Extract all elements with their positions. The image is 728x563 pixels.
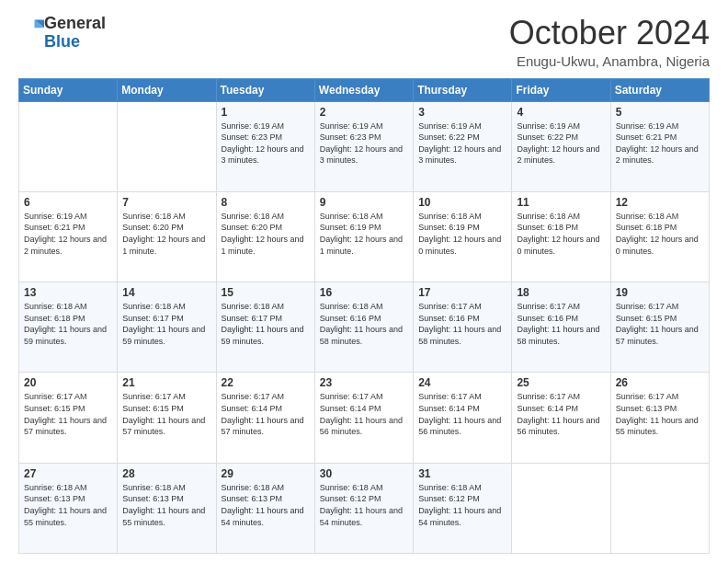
calendar-cell: 2Sunrise: 6:19 AM Sunset: 6:23 PM Daylig… [314, 101, 413, 191]
day-info: Sunrise: 6:17 AM Sunset: 6:14 PM Dayligh… [320, 391, 408, 437]
calendar-cell: 19Sunrise: 6:17 AM Sunset: 6:15 PM Dayli… [610, 282, 709, 373]
day-info: Sunrise: 6:19 AM Sunset: 6:23 PM Dayligh… [320, 121, 408, 167]
day-number: 4 [517, 106, 605, 119]
day-number: 9 [320, 196, 408, 209]
day-info: Sunrise: 6:17 AM Sunset: 6:14 PM Dayligh… [517, 391, 605, 437]
calendar-cell: 29Sunrise: 6:18 AM Sunset: 6:13 PM Dayli… [216, 463, 314, 553]
location: Enugu-Ukwu, Anambra, Nigeria [509, 53, 710, 69]
calendar-cell: 6Sunrise: 6:19 AM Sunset: 6:21 PM Daylig… [19, 191, 118, 282]
day-number: 24 [418, 376, 506, 389]
logo-general: General [44, 14, 106, 32]
weekday-header-row: SundayMondayTuesdayWednesdayThursdayFrid… [19, 78, 710, 101]
day-info: Sunrise: 6:17 AM Sunset: 6:15 PM Dayligh… [616, 301, 704, 347]
calendar-cell [19, 101, 118, 191]
calendar-cell: 15Sunrise: 6:18 AM Sunset: 6:17 PM Dayli… [216, 282, 314, 373]
calendar-week-4: 20Sunrise: 6:17 AM Sunset: 6:15 PM Dayli… [19, 373, 710, 463]
day-number: 1 [222, 106, 310, 119]
day-info: Sunrise: 6:18 AM Sunset: 6:13 PM Dayligh… [222, 482, 310, 528]
day-info: Sunrise: 6:18 AM Sunset: 6:19 PM Dayligh… [320, 211, 408, 257]
calendar-body: 1Sunrise: 6:19 AM Sunset: 6:23 PM Daylig… [19, 101, 710, 553]
day-number: 29 [222, 467, 310, 480]
day-number: 5 [616, 106, 704, 119]
day-number: 21 [122, 376, 210, 389]
calendar-week-2: 6Sunrise: 6:19 AM Sunset: 6:21 PM Daylig… [19, 191, 710, 282]
day-info: Sunrise: 6:18 AM Sunset: 6:12 PM Dayligh… [320, 482, 408, 528]
day-number: 23 [320, 376, 408, 389]
day-number: 11 [517, 196, 605, 209]
day-info: Sunrise: 6:18 AM Sunset: 6:18 PM Dayligh… [616, 211, 704, 257]
calendar-cell: 12Sunrise: 6:18 AM Sunset: 6:18 PM Dayli… [610, 191, 709, 282]
calendar-cell: 25Sunrise: 6:17 AM Sunset: 6:14 PM Dayli… [512, 373, 610, 463]
day-number: 31 [418, 467, 506, 480]
day-number: 13 [24, 286, 112, 299]
day-info: Sunrise: 6:18 AM Sunset: 6:12 PM Dayligh… [418, 482, 506, 528]
page: General Blue October 2024 Enugu-Ukwu, An… [0, 0, 728, 563]
day-info: Sunrise: 6:18 AM Sunset: 6:13 PM Dayligh… [122, 482, 210, 528]
calendar-cell: 21Sunrise: 6:17 AM Sunset: 6:15 PM Dayli… [118, 373, 216, 463]
calendar-cell: 7Sunrise: 6:18 AM Sunset: 6:20 PM Daylig… [118, 191, 216, 282]
calendar-cell: 3Sunrise: 6:19 AM Sunset: 6:22 PM Daylig… [414, 101, 512, 191]
day-info: Sunrise: 6:19 AM Sunset: 6:21 PM Dayligh… [616, 121, 704, 167]
day-number: 26 [616, 376, 704, 389]
day-number: 22 [222, 376, 310, 389]
month-title: October 2024 [509, 15, 710, 52]
calendar-cell: 17Sunrise: 6:17 AM Sunset: 6:16 PM Dayli… [414, 282, 512, 373]
calendar-cell: 18Sunrise: 6:17 AM Sunset: 6:16 PM Dayli… [512, 282, 610, 373]
day-info: Sunrise: 6:18 AM Sunset: 6:17 PM Dayligh… [122, 301, 210, 347]
day-info: Sunrise: 6:17 AM Sunset: 6:14 PM Dayligh… [418, 391, 506, 437]
calendar-cell: 10Sunrise: 6:18 AM Sunset: 6:19 PM Dayli… [414, 191, 512, 282]
day-info: Sunrise: 6:19 AM Sunset: 6:22 PM Dayligh… [418, 121, 506, 167]
calendar-table: SundayMondayTuesdayWednesdayThursdayFrid… [18, 78, 710, 554]
calendar-week-5: 27Sunrise: 6:18 AM Sunset: 6:13 PM Dayli… [19, 463, 710, 553]
logo-icon [18, 17, 44, 42]
day-number: 7 [122, 196, 210, 209]
day-number: 16 [320, 286, 408, 299]
day-info: Sunrise: 6:18 AM Sunset: 6:17 PM Dayligh… [222, 301, 310, 347]
calendar-cell: 30Sunrise: 6:18 AM Sunset: 6:12 PM Dayli… [314, 463, 413, 553]
day-number: 18 [517, 286, 605, 299]
calendar-cell: 5Sunrise: 6:19 AM Sunset: 6:21 PM Daylig… [610, 101, 709, 191]
day-info: Sunrise: 6:17 AM Sunset: 6:14 PM Dayligh… [222, 391, 310, 437]
day-info: Sunrise: 6:17 AM Sunset: 6:16 PM Dayligh… [418, 301, 506, 347]
day-number: 14 [122, 286, 210, 299]
day-number: 27 [24, 467, 112, 480]
day-info: Sunrise: 6:18 AM Sunset: 6:19 PM Dayligh… [418, 211, 506, 257]
calendar-cell: 14Sunrise: 6:18 AM Sunset: 6:17 PM Dayli… [118, 282, 216, 373]
day-info: Sunrise: 6:18 AM Sunset: 6:16 PM Dayligh… [320, 301, 408, 347]
day-number: 30 [320, 467, 408, 480]
day-number: 28 [122, 467, 210, 480]
day-number: 25 [517, 376, 605, 389]
calendar-cell: 13Sunrise: 6:18 AM Sunset: 6:18 PM Dayli… [19, 282, 118, 373]
day-number: 19 [616, 286, 704, 299]
day-info: Sunrise: 6:19 AM Sunset: 6:21 PM Dayligh… [24, 211, 112, 257]
day-info: Sunrise: 6:18 AM Sunset: 6:18 PM Dayligh… [24, 301, 112, 347]
day-number: 2 [320, 106, 408, 119]
day-info: Sunrise: 6:17 AM Sunset: 6:15 PM Dayligh… [24, 391, 112, 437]
day-number: 6 [24, 196, 112, 209]
day-info: Sunrise: 6:19 AM Sunset: 6:23 PM Dayligh… [222, 121, 310, 167]
day-info: Sunrise: 6:18 AM Sunset: 6:13 PM Dayligh… [24, 482, 112, 528]
weekday-header-wednesday: Wednesday [314, 78, 413, 101]
calendar-cell: 8Sunrise: 6:18 AM Sunset: 6:20 PM Daylig… [216, 191, 314, 282]
calendar-cell: 22Sunrise: 6:17 AM Sunset: 6:14 PM Dayli… [216, 373, 314, 463]
calendar-cell [512, 463, 610, 553]
calendar-cell [118, 101, 216, 191]
day-number: 17 [418, 286, 506, 299]
day-number: 20 [24, 376, 112, 389]
weekday-header-tuesday: Tuesday [216, 78, 314, 101]
title-block: October 2024 Enugu-Ukwu, Anambra, Nigeri… [509, 15, 710, 69]
day-number: 12 [616, 196, 704, 209]
weekday-header-sunday: Sunday [19, 78, 118, 101]
weekday-header-monday: Monday [118, 78, 216, 101]
weekday-header-friday: Friday [512, 78, 610, 101]
day-number: 10 [418, 196, 506, 209]
day-number: 3 [418, 106, 506, 119]
weekday-header-saturday: Saturday [610, 78, 709, 101]
header: General Blue October 2024 Enugu-Ukwu, An… [18, 15, 710, 69]
calendar-cell: 27Sunrise: 6:18 AM Sunset: 6:13 PM Dayli… [19, 463, 118, 553]
calendar-cell: 28Sunrise: 6:18 AM Sunset: 6:13 PM Dayli… [118, 463, 216, 553]
calendar-cell: 16Sunrise: 6:18 AM Sunset: 6:16 PM Dayli… [314, 282, 413, 373]
logo-blue: Blue [44, 32, 80, 51]
calendar-cell [610, 463, 709, 553]
day-info: Sunrise: 6:18 AM Sunset: 6:20 PM Dayligh… [222, 211, 310, 257]
